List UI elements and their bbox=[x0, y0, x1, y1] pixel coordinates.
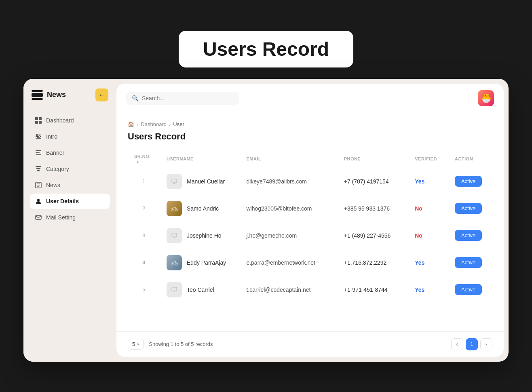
avatar bbox=[167, 228, 182, 243]
next-icon: › bbox=[486, 341, 487, 347]
content-title: Users Record bbox=[128, 131, 492, 142]
user-icon bbox=[35, 198, 42, 205]
username-cell: Eddy ParraAjay bbox=[160, 249, 240, 276]
news-icon bbox=[35, 181, 42, 189]
avatar bbox=[167, 255, 182, 270]
sidebar: News ← Dashboard bbox=[23, 79, 116, 362]
table-header-row: SR.NO. ▲ USERNAME EMAIL PHONE VERIFIED A… bbox=[128, 150, 492, 168]
sidebar-item-label: Mail Setting bbox=[46, 214, 76, 221]
page-title: Users Record bbox=[203, 38, 329, 60]
table-row: 3 Josephine Ho j.ho@gemecho.com +1 (489)… bbox=[128, 222, 492, 249]
phone-cell: +1.716.872.2292 bbox=[338, 249, 409, 276]
verified-cell: No bbox=[408, 222, 448, 249]
avatar[interactable]: 🐣 bbox=[478, 90, 494, 106]
active-button[interactable]: Active bbox=[455, 284, 482, 295]
table-row: 5 Teo Carriel t.carriel@codecaptain.net … bbox=[128, 276, 492, 303]
active-button[interactable]: Active bbox=[455, 203, 482, 214]
table-row: 4 Eddy ParraAjay e.parra@embernetwork.ne… bbox=[128, 249, 492, 276]
sr-number: 2 bbox=[128, 195, 160, 222]
svg-point-10 bbox=[37, 199, 40, 201]
main-content: 🔍 🐣 🏠 › Dashboard › User Users Record bbox=[116, 84, 504, 357]
verified-cell: Yes bbox=[408, 276, 448, 303]
search-box[interactable]: 🔍 bbox=[126, 92, 239, 105]
action-cell: Active bbox=[448, 222, 492, 249]
app-container: News ← Dashboard bbox=[23, 79, 509, 362]
next-page-button[interactable]: › bbox=[480, 338, 492, 350]
active-button[interactable]: Active bbox=[455, 230, 482, 241]
home-icon: 🏠 bbox=[128, 121, 134, 127]
verified-status: Yes bbox=[415, 178, 424, 185]
sidebar-brand: News ← bbox=[30, 89, 110, 101]
showing-text: Showing 1 to 5 of 5 records bbox=[149, 341, 213, 347]
pagination-row: 5 ∨ Showing 1 to 5 of 5 records ‹ 1 › bbox=[116, 331, 504, 357]
breadcrumb-separator: › bbox=[137, 121, 138, 127]
col-sr: SR.NO. ▲ bbox=[128, 150, 160, 168]
content-area: 🏠 › Dashboard › User Users Record SR.NO.… bbox=[116, 113, 504, 331]
sidebar-item-news[interactable]: News bbox=[30, 177, 110, 193]
verified-status: No bbox=[415, 205, 422, 212]
svg-point-4 bbox=[39, 136, 40, 137]
sidebar-item-label: Banner bbox=[46, 150, 64, 156]
sr-number: 3 bbox=[128, 222, 160, 249]
sidebar-item-dashboard[interactable]: Dashboard bbox=[30, 113, 110, 128]
svg-point-5 bbox=[37, 137, 39, 139]
prev-page-button[interactable]: ‹ bbox=[451, 338, 463, 350]
avatar bbox=[167, 201, 182, 216]
breadcrumb-dashboard[interactable]: Dashboard bbox=[141, 121, 167, 127]
sidebar-navigation: Dashboard Intro bbox=[30, 113, 110, 225]
username-text: Josephine Ho bbox=[187, 232, 222, 239]
breadcrumb-separator: › bbox=[169, 121, 171, 127]
verified-cell: Yes bbox=[408, 249, 448, 276]
users-table: SR.NO. ▲ USERNAME EMAIL PHONE VERIFIED A… bbox=[128, 150, 492, 303]
page-controls: ‹ 1 › bbox=[451, 338, 492, 350]
per-page-dropdown[interactable]: 5 ∨ bbox=[128, 339, 144, 350]
col-action: ACTION bbox=[448, 150, 492, 168]
email-cell: dikeye7489@alibrs.com bbox=[240, 168, 337, 195]
brand-name: News bbox=[32, 90, 66, 100]
active-button[interactable]: Active bbox=[455, 176, 482, 187]
pagination-left: 5 ∨ Showing 1 to 5 of 5 records bbox=[128, 339, 213, 350]
table-row: 1 Manuel Cuellar dikeye7489@alibrs.com +… bbox=[128, 168, 492, 195]
sidebar-item-mail-setting[interactable]: Mail Setting bbox=[30, 210, 110, 225]
page-1-button[interactable]: 1 bbox=[466, 338, 478, 350]
sidebar-item-user-details[interactable]: User Details bbox=[30, 194, 110, 209]
sr-number: 4 bbox=[128, 249, 160, 276]
topbar: 🔍 🐣 bbox=[116, 84, 504, 113]
username-cell: Josephine Ho bbox=[160, 222, 240, 249]
verified-cell: No bbox=[408, 195, 448, 222]
sliders-icon bbox=[35, 133, 42, 140]
svg-rect-22 bbox=[172, 287, 177, 291]
back-button[interactable]: ← bbox=[95, 89, 108, 101]
svg-point-3 bbox=[36, 134, 38, 136]
action-cell: Active bbox=[448, 195, 492, 222]
action-cell: Active bbox=[448, 168, 492, 195]
breadcrumb: 🏠 › Dashboard › User bbox=[128, 121, 492, 127]
verified-cell: Yes bbox=[408, 168, 448, 195]
verified-status: Yes bbox=[415, 287, 424, 293]
avatar bbox=[167, 282, 182, 297]
sidebar-item-intro[interactable]: Intro bbox=[30, 129, 110, 144]
page-title-card: Users Record bbox=[179, 31, 353, 67]
sidebar-item-category[interactable]: Category bbox=[30, 161, 110, 177]
sidebar-item-label: User Details bbox=[46, 198, 79, 204]
phone-cell: +385 95 933 1376 bbox=[338, 195, 409, 222]
col-email: EMAIL bbox=[240, 150, 337, 168]
chevron-down-icon: ∨ bbox=[137, 342, 139, 346]
username-text: Manuel Cuellar bbox=[187, 178, 225, 185]
action-cell: Active bbox=[448, 276, 492, 303]
svg-rect-17 bbox=[172, 233, 177, 237]
active-button[interactable]: Active bbox=[455, 257, 482, 268]
search-input[interactable] bbox=[142, 95, 234, 101]
action-cell: Active bbox=[448, 249, 492, 276]
sidebar-item-label: Category bbox=[46, 166, 69, 172]
username-text: Samo Andric bbox=[187, 205, 219, 212]
username-cell: Teo Carriel bbox=[160, 276, 240, 303]
sidebar-item-label: Dashboard bbox=[46, 117, 74, 124]
sr-number: 1 bbox=[128, 168, 160, 195]
phone-cell: +1-971-451-8744 bbox=[338, 276, 409, 303]
username-cell: Samo Andric bbox=[160, 195, 240, 222]
grid-icon bbox=[35, 117, 42, 124]
sidebar-item-banner[interactable]: Banner bbox=[30, 145, 110, 160]
svg-rect-12 bbox=[172, 179, 177, 183]
banner-icon bbox=[35, 149, 42, 156]
